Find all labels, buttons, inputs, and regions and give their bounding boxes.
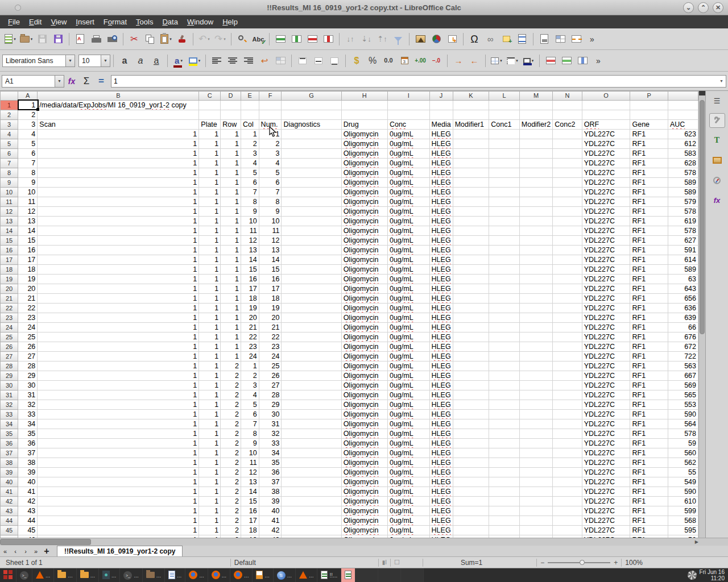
cell[interactable]: RF1: [630, 390, 668, 400]
row-header-20[interactable]: 20: [1, 284, 18, 294]
cell[interactable]: Drug: [341, 120, 387, 130]
cell[interactable]: Oligomycin: [341, 265, 387, 275]
cell[interactable]: 2: [221, 458, 241, 468]
cell[interactable]: RF1: [630, 526, 668, 535]
cell[interactable]: [489, 313, 519, 323]
cell[interactable]: Oligomycin: [341, 217, 387, 226]
cell[interactable]: 44: [18, 516, 38, 526]
cell[interactable]: [553, 429, 582, 439]
cell[interactable]: 3: [241, 381, 259, 390]
cell[interactable]: 1: [199, 361, 221, 371]
cell[interactable]: 29: [18, 371, 38, 381]
cell[interactable]: [519, 110, 552, 120]
cell[interactable]: 8: [241, 197, 259, 207]
cell[interactable]: Oligomycin: [341, 255, 387, 265]
cell[interactable]: [453, 342, 489, 352]
cell[interactable]: Oligomycin: [341, 448, 387, 458]
cell[interactable]: [489, 477, 519, 487]
cell[interactable]: HLEG: [429, 487, 453, 497]
cell[interactable]: RF1: [630, 342, 668, 352]
cell[interactable]: 19: [241, 304, 259, 313]
cell[interactable]: 18: [259, 294, 282, 304]
cell[interactable]: [282, 487, 341, 497]
cell[interactable]: 2: [241, 139, 259, 149]
cell[interactable]: 21: [18, 294, 38, 304]
cell[interactable]: 1: [199, 332, 221, 342]
cell[interactable]: [489, 458, 519, 468]
cell[interactable]: [282, 371, 341, 381]
cell[interactable]: 1: [241, 130, 259, 139]
cell[interactable]: Scan: [38, 120, 199, 130]
cell[interactable]: HLEG: [429, 390, 453, 400]
cell[interactable]: Oligomycin: [341, 497, 387, 506]
cell[interactable]: [519, 458, 552, 468]
menu-view[interactable]: View: [46, 16, 71, 27]
row-header-13[interactable]: 13: [1, 217, 18, 226]
cell[interactable]: 17: [241, 516, 259, 526]
font-name-dropdown-icon[interactable]: ▼: [65, 55, 75, 66]
cell[interactable]: 15: [241, 265, 259, 275]
cell[interactable]: RF1: [630, 448, 668, 458]
cell[interactable]: [282, 506, 341, 516]
gallery-icon[interactable]: [709, 153, 725, 168]
cell[interactable]: HLEG: [429, 178, 453, 188]
cell[interactable]: 1: [199, 516, 221, 526]
cell[interactable]: 38: [259, 487, 282, 497]
cell[interactable]: 43: [18, 506, 38, 516]
cell[interactable]: [519, 178, 552, 188]
cell[interactable]: [519, 448, 552, 458]
cell[interactable]: Oligomycin: [341, 439, 387, 448]
cell[interactable]: 7: [18, 159, 38, 168]
cell[interactable]: 0ug/mL: [387, 207, 429, 217]
cell[interactable]: [453, 361, 489, 371]
cell[interactable]: [489, 217, 519, 226]
cell[interactable]: [453, 265, 489, 275]
cell[interactable]: 1: [38, 294, 199, 304]
cell[interactable]: 11: [241, 226, 259, 236]
cell[interactable]: 1: [221, 332, 241, 342]
cell[interactable]: [489, 197, 519, 207]
cell[interactable]: 1: [221, 304, 241, 313]
cell[interactable]: [282, 294, 341, 304]
cell[interactable]: 1: [38, 352, 199, 361]
cell[interactable]: Oligomycin: [341, 149, 387, 159]
cell[interactable]: 0ug/mL: [387, 313, 429, 323]
cell[interactable]: 1: [38, 149, 199, 159]
cell[interactable]: [553, 439, 582, 448]
add-sheet-button[interactable]: +: [41, 546, 52, 556]
cell[interactable]: 1: [199, 400, 221, 410]
cell[interactable]: 560: [668, 448, 698, 458]
cell[interactable]: [282, 149, 341, 159]
cell[interactable]: [453, 410, 489, 419]
cell[interactable]: 610: [668, 497, 698, 506]
cell[interactable]: [259, 101, 282, 110]
cell[interactable]: 564: [668, 419, 698, 429]
cell[interactable]: 15: [241, 497, 259, 506]
cell[interactable]: [282, 352, 341, 361]
row-header-30[interactable]: 30: [1, 381, 18, 390]
cell[interactable]: YDL227C: [582, 381, 630, 390]
cell[interactable]: 1: [38, 526, 199, 535]
cell[interactable]: [453, 400, 489, 410]
row-header-41[interactable]: 41: [1, 487, 18, 497]
formula-input[interactable]: [111, 77, 717, 85]
cell[interactable]: [282, 304, 341, 313]
cell[interactable]: 1: [221, 217, 241, 226]
align-left-icon[interactable]: [209, 53, 224, 68]
row-header-42[interactable]: 42: [1, 497, 18, 506]
cell[interactable]: [519, 332, 552, 342]
cell[interactable]: [453, 294, 489, 304]
paste-icon[interactable]: ▾: [159, 32, 173, 47]
row-header-8[interactable]: 8: [1, 168, 18, 178]
cell[interactable]: 13: [259, 246, 282, 255]
cell[interactable]: RF1: [630, 516, 668, 526]
cell[interactable]: [241, 101, 259, 110]
cell[interactable]: 0ug/mL: [387, 323, 429, 332]
cell[interactable]: 21: [259, 323, 282, 332]
cell[interactable]: 0ug/mL: [387, 149, 429, 159]
cell[interactable]: 0ug/mL: [387, 371, 429, 381]
task-document-orange[interactable]: ...: [253, 568, 273, 582]
cell[interactable]: 1: [38, 497, 199, 506]
cell[interactable]: 1: [38, 207, 199, 217]
cell[interactable]: [519, 323, 552, 332]
